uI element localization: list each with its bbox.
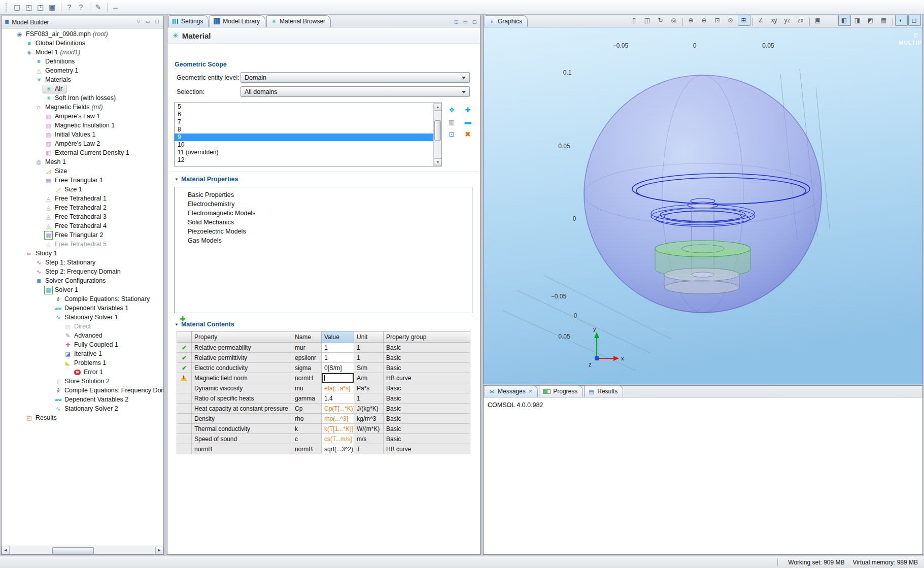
entity-level-select[interactable]: Domain <box>241 72 470 83</box>
tree-item[interactable]: Iterative 1 <box>2 349 163 358</box>
hide-faces-icon[interactable]: ◨ <box>851 15 864 26</box>
table-row[interactable]: Density rho rho(...^3] kg/m^3 Basic <box>177 414 470 424</box>
help-icon[interactable]: ? <box>64 2 76 13</box>
tree-item[interactable]: Global Definitions <box>2 39 163 48</box>
add-to-selection-icon[interactable]: ✚ <box>462 104 473 116</box>
value-cell[interactable]: cs(T...m/s] <box>322 434 354 444</box>
domain-list-item[interactable]: 9 <box>175 133 441 141</box>
tree-item[interactable]: Magnetic Insulation 1 <box>2 121 163 130</box>
tree-item[interactable]: Step 2: Frequency Domain <box>2 267 163 276</box>
tree-item[interactable]: Solver Configurations <box>2 276 163 285</box>
tree-item[interactable]: Results <box>2 413 163 422</box>
messages-tab[interactable]: Progress ✕ <box>539 385 583 397</box>
tree-item[interactable]: Model 1 (mod1) <box>2 48 163 57</box>
table-row[interactable]: Thermal conductivity k k(T[1...*K)] W/(m… <box>177 424 470 434</box>
tree-item[interactable]: Initial Values 1 <box>2 130 163 139</box>
table-row[interactable]: Relative permeability mur 1 1 Basic <box>177 343 470 353</box>
material-property-item[interactable]: Electromagnetic Models <box>175 209 472 218</box>
domain-list-item[interactable]: 6 <box>175 111 441 118</box>
value-cell[interactable]: rho(...^3] <box>322 414 354 424</box>
column-header[interactable]: Unit <box>354 331 384 343</box>
messages-tab[interactable]: Results ✕ <box>584 385 623 397</box>
tree-item[interactable]: Ampère's Law 2 <box>2 139 163 148</box>
scroll-thumb[interactable] <box>52 547 94 554</box>
maximize-view-icon[interactable]: ▢ <box>153 18 161 25</box>
default-3d-view-icon[interactable]: ∠ <box>755 15 768 26</box>
tree-item[interactable]: Solver 1 <box>2 285 163 294</box>
lock-view-icon[interactable] <box>825 15 838 26</box>
tree-item[interactable]: Size <box>2 166 163 176</box>
material-contents-heading[interactable]: ▼Material Contents <box>170 321 234 328</box>
table-row[interactable]: Relative permittivity epsilonr 1 1 Basic <box>177 353 470 363</box>
column-header-value[interactable]: Value <box>322 331 354 343</box>
domain-list-item[interactable]: 7 <box>175 118 441 126</box>
maximize-view-icon[interactable]: ▢ <box>470 18 478 25</box>
table-row[interactable]: Magnetic field norm normH A/m HB curve <box>177 373 470 383</box>
value-cell[interactable] <box>322 373 354 383</box>
scroll-left-icon[interactable]: ◀ <box>2 547 10 554</box>
domain-list-item[interactable]: 12 <box>175 156 441 164</box>
table-row[interactable]: Dynamic viscosity mu eta(...a*s] Pa*s Ba… <box>177 383 470 393</box>
selection-select[interactable]: All domains <box>241 86 470 97</box>
tree-item[interactable]: Compile Equations: Stationary <box>2 294 163 304</box>
material-property-item[interactable]: Solid Mechanics <box>175 218 472 227</box>
environment-icon[interactable]: ◻ <box>908 15 921 26</box>
graphics-toolbar-icon[interactable] <box>752 18 753 26</box>
tree-item[interactable]: Dependent Variables 1 <box>2 304 163 313</box>
domain-list-item[interactable]: 8 <box>175 126 441 133</box>
zoom-out-icon[interactable]: ⊖ <box>698 15 711 26</box>
zoom-selected-icon[interactable]: ⊙ <box>725 15 737 26</box>
column-header[interactable]: Property <box>192 331 292 343</box>
tree-item[interactable]: Free Triangular 2 <box>2 230 163 240</box>
view-yz-icon[interactable]: yz <box>781 15 794 26</box>
material-properties-heading[interactable]: ▼Material Properties <box>170 176 238 183</box>
toolbar-icon[interactable] <box>90 3 90 12</box>
view-zx-icon[interactable]: zx <box>795 15 807 26</box>
material-properties-list[interactable]: Basic Properties Electrochemistry Electr… <box>174 187 472 313</box>
toolbar-icon[interactable] <box>61 3 61 12</box>
toolbar-icon[interactable] <box>107 3 108 12</box>
material-property-item[interactable]: Basic Properties <box>175 190 472 199</box>
scroll-right-icon[interactable]: ▶ <box>155 547 163 554</box>
tree-item[interactable]: Compile Equations: Frequency Doma <box>2 386 163 395</box>
clear-selection-icon[interactable]: ✖ <box>462 128 473 140</box>
table-row[interactable]: Heat capacity at constant pressure Cp Cp… <box>177 404 470 414</box>
tree-item[interactable]: Materials <box>2 75 163 84</box>
new-file-icon[interactable]: ▢ <box>12 2 23 13</box>
minimize-view-icon[interactable]: ▭ <box>144 18 152 25</box>
value-cell[interactable]: k(T[1...*K)] <box>322 424 354 434</box>
tree-item[interactable]: Study 1 <box>2 249 163 258</box>
messages-tab[interactable]: Messages ✕ <box>485 385 538 397</box>
tree-item[interactable]: Free Tetrahedral 3 <box>2 212 163 221</box>
zoom-extents-icon[interactable]: ⊞ <box>738 15 750 26</box>
tree-item[interactable]: Definitions <box>2 57 163 66</box>
reset-orientation-icon[interactable]: ↻ <box>655 15 667 26</box>
table-row[interactable]: normB normB sqrt(...3^2) T HB curve <box>177 444 470 454</box>
tree-item[interactable]: Free Tetrahedral 1 <box>2 194 163 203</box>
graphics-toolbar-icon[interactable] <box>682 18 683 26</box>
graphics-tab[interactable]: Graphics <box>485 15 528 27</box>
tree-item[interactable]: Soft Iron (with losses) <box>2 93 163 103</box>
scroll-down-icon[interactable]: ▼ <box>434 158 442 166</box>
value-cell[interactable]: 1.4 <box>322 393 354 404</box>
value-cell[interactable]: eta(...a*s] <box>322 383 354 393</box>
graphics-scene[interactable]: C MULTIP y x z −0.05 0 0.05 <box>484 27 922 384</box>
table-row[interactable]: Electric conductivity sigma 0[S/m] S/m B… <box>177 363 470 373</box>
value-cell[interactable]: sqrt(...3^2) <box>322 444 354 454</box>
value-cell[interactable]: 0[S/m] <box>322 363 354 373</box>
value-input[interactable] <box>322 373 354 383</box>
settings-tab[interactable]: Model Library <box>210 15 265 27</box>
tree-horizontal-scrollbar[interactable]: ◀ ▶ <box>2 546 163 554</box>
value-cell[interactable]: 1 <box>322 343 354 353</box>
copy-selection-icon[interactable]: ▥ <box>446 116 457 128</box>
remove-from-selection-icon[interactable]: ▬ <box>462 116 473 128</box>
zoom-in-icon[interactable]: ⊕ <box>685 15 698 26</box>
split-view-icon[interactable]: ◫ <box>641 15 654 26</box>
tree-item[interactable]: Mesh 1 <box>2 157 163 166</box>
tree-item[interactable]: Free Tetrahedral 5 <box>2 240 163 249</box>
material-property-item[interactable]: Electrochemistry <box>175 199 472 209</box>
tree-item[interactable]: Ampère's Law 1 <box>2 112 163 121</box>
scene-visibility-icon[interactable]: ◎ <box>668 15 680 26</box>
column-header[interactable]: Name <box>292 331 322 343</box>
show-edges-icon[interactable]: ◩ <box>865 15 877 26</box>
